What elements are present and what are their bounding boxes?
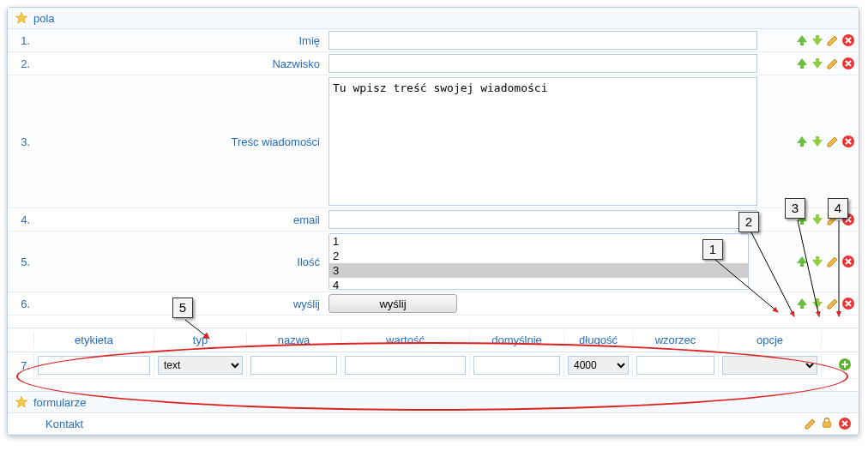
svg-marker-5 xyxy=(812,58,823,69)
new-field-row: 7. text 4000 xyxy=(8,352,859,379)
svg-marker-2 xyxy=(812,35,823,45)
col-domyslnie: domyślnie xyxy=(469,332,564,348)
svg-rect-21 xyxy=(823,422,831,427)
svg-marker-20 xyxy=(15,396,27,407)
move-down-icon[interactable] xyxy=(811,33,824,47)
annotation-callout-4: 4 xyxy=(828,198,848,219)
col-nazwa: nazwa xyxy=(246,332,341,348)
star-icon xyxy=(15,11,28,25)
main-panel: pola 1. Imię 2. Nazwisko 3. Treśc wiadom… xyxy=(7,7,859,436)
list-option[interactable]: 2 xyxy=(329,249,748,263)
field-label: Nazwisko xyxy=(33,52,325,75)
delete-icon[interactable] xyxy=(841,255,855,268)
delete-icon[interactable] xyxy=(841,135,855,148)
row-number: 3. xyxy=(8,75,33,207)
delete-icon[interactable] xyxy=(841,297,855,310)
delete-icon[interactable] xyxy=(841,33,855,47)
ilosc-listbox[interactable]: 1 2 3 4 xyxy=(329,233,749,290)
annotation-callout-5: 5 xyxy=(172,298,193,318)
row-actions xyxy=(781,29,859,51)
col-etykieta: etykieta xyxy=(33,332,154,348)
move-down-icon[interactable] xyxy=(811,297,824,310)
field-label: Treśc wiadomości xyxy=(33,75,325,207)
row-number: 1. xyxy=(8,29,33,51)
list-option[interactable]: 3 xyxy=(329,263,748,278)
svg-marker-11 xyxy=(812,214,823,225)
new-field-columns-header: etykieta typ nazwa wartość domyślnie dłu… xyxy=(8,328,859,352)
field-row: 6. wyślij wyślij xyxy=(8,292,859,316)
imie-input[interactable] xyxy=(329,31,757,50)
edit-icon[interactable] xyxy=(826,255,840,268)
forms-section-header: formularze xyxy=(8,391,859,413)
move-down-icon[interactable] xyxy=(811,213,824,226)
edit-icon[interactable] xyxy=(826,57,840,70)
field-label: Imię xyxy=(33,29,325,51)
field-row: 4. email xyxy=(8,208,859,231)
email-input[interactable] xyxy=(329,210,757,229)
list-option[interactable]: 4 xyxy=(329,278,748,290)
submit-button[interactable]: wyślij xyxy=(329,294,457,313)
col-opcje: opcje xyxy=(718,332,821,348)
move-up-icon[interactable] xyxy=(795,57,809,70)
nazwisko-input[interactable] xyxy=(329,54,757,73)
new-etykieta-input[interactable] xyxy=(38,356,150,375)
form-name[interactable]: Kontakt xyxy=(15,418,804,430)
move-up-icon[interactable] xyxy=(795,135,809,148)
svg-marker-7 xyxy=(797,136,807,147)
annotation-callout-3: 3 xyxy=(785,198,805,219)
move-up-icon[interactable] xyxy=(795,255,809,268)
edit-icon[interactable] xyxy=(804,417,817,430)
field-row: 1. Imię xyxy=(8,29,859,52)
row-number: 5. xyxy=(8,231,33,292)
delete-icon[interactable] xyxy=(841,57,855,70)
move-down-icon[interactable] xyxy=(811,255,824,268)
new-wzorzec-input[interactable] xyxy=(636,356,714,375)
annotation-callout-2: 2 xyxy=(738,212,759,232)
row-number: 6. xyxy=(8,292,33,315)
edit-icon[interactable] xyxy=(826,297,840,310)
row-actions xyxy=(781,231,859,292)
col-typ: typ xyxy=(154,332,246,348)
edit-icon[interactable] xyxy=(826,33,840,47)
move-down-icon[interactable] xyxy=(811,135,824,148)
new-wartosc-input[interactable] xyxy=(345,356,466,375)
field-label: email xyxy=(33,208,325,231)
svg-marker-17 xyxy=(812,298,823,309)
new-typ-select[interactable]: text xyxy=(158,356,243,375)
row-number: 4. xyxy=(8,208,33,231)
add-icon[interactable] xyxy=(838,358,852,374)
annotation-callout-1: 1 xyxy=(702,239,723,260)
new-opcje-select[interactable] xyxy=(722,356,817,375)
tresc-textarea[interactable] xyxy=(329,77,757,206)
new-dlugosc-select[interactable]: 4000 xyxy=(568,356,629,375)
edit-icon[interactable] xyxy=(826,135,840,148)
row-actions xyxy=(781,52,859,75)
list-option[interactable]: 1 xyxy=(329,234,748,249)
svg-marker-0 xyxy=(15,12,27,23)
field-row: 5. Ilość 1 2 3 4 xyxy=(8,231,859,292)
col-wzorzec: wzorzec xyxy=(632,332,718,348)
field-label: Ilość xyxy=(33,231,325,292)
new-nazwa-input[interactable] xyxy=(250,356,337,375)
new-domyslnie-input[interactable] xyxy=(473,356,560,375)
move-up-icon[interactable] xyxy=(795,33,809,47)
svg-marker-16 xyxy=(797,298,807,309)
forms-section-title: formularze xyxy=(33,396,86,409)
form-list-row: Kontakt xyxy=(8,413,859,435)
field-row: 3. Treśc wiadomości xyxy=(8,75,859,208)
svg-marker-8 xyxy=(812,136,823,147)
svg-marker-13 xyxy=(797,256,807,267)
delete-icon[interactable] xyxy=(838,417,852,430)
star-icon xyxy=(15,395,28,409)
move-up-icon[interactable] xyxy=(795,297,809,310)
field-row: 2. Nazwisko xyxy=(8,52,859,75)
col-wartosc: wartość xyxy=(341,332,469,348)
svg-marker-1 xyxy=(797,35,807,45)
fields-section-title: pola xyxy=(33,12,55,25)
row-actions xyxy=(781,292,859,315)
svg-marker-4 xyxy=(797,58,807,69)
col-dlugosc: długość xyxy=(564,332,632,348)
row-actions xyxy=(781,75,859,207)
lock-icon[interactable] xyxy=(821,417,835,430)
move-down-icon[interactable] xyxy=(811,57,824,70)
